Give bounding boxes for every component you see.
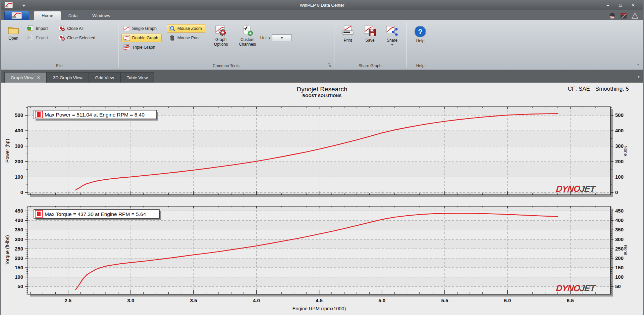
ribbon-group-common-tools: Single Graph Double Graph bbox=[119, 20, 333, 70]
single-graph-button[interactable]: Single Graph bbox=[121, 24, 162, 33]
minimize-button[interactable]: – bbox=[603, 2, 613, 8]
share-label: Share bbox=[387, 38, 397, 43]
correction-factor-readout: CF: SAE Smoothing: 5 bbox=[568, 86, 629, 92]
import-button[interactable]: Import bbox=[25, 24, 51, 33]
tab-3d-graph-view[interactable]: 3D Graph View bbox=[47, 72, 89, 83]
dialog-launcher-icon[interactable] bbox=[328, 63, 331, 68]
svg-text:500: 500 bbox=[615, 112, 624, 118]
group-divider bbox=[406, 22, 406, 68]
triple-graph-button[interactable]: Triple Graph bbox=[121, 43, 162, 51]
ribbon-tab-home[interactable]: Home bbox=[34, 11, 61, 20]
svg-text:50: 50 bbox=[615, 283, 621, 289]
svg-text:100: 100 bbox=[15, 174, 23, 180]
ribbon-tab-row: Home Data Windows bbox=[1, 10, 643, 20]
svg-text:150: 150 bbox=[15, 265, 23, 270]
power-chart: DYNOJET.Max Power = 511.04 at Engine RPM… bbox=[1, 104, 643, 204]
tab-close-icon[interactable]: ✕ bbox=[37, 75, 40, 80]
ribbon: Open Import bbox=[1, 20, 643, 70]
mouse-zoom-button[interactable]: Mouse Zoom bbox=[167, 24, 205, 33]
svg-text:300: 300 bbox=[15, 236, 23, 242]
units-label: Units bbox=[260, 36, 270, 40]
help-button[interactable]: ? Help bbox=[411, 24, 429, 45]
maximize-button[interactable]: □ bbox=[615, 2, 626, 8]
share-button[interactable]: Share bbox=[383, 24, 401, 47]
mouse-pan-label: Mouse Pan bbox=[177, 36, 199, 40]
svg-text:400: 400 bbox=[15, 217, 23, 223]
close-button[interactable]: ✕ bbox=[628, 2, 638, 8]
graph-options-button[interactable]: Graph Options bbox=[210, 24, 232, 49]
svg-text:200: 200 bbox=[15, 159, 23, 164]
svg-text:300: 300 bbox=[615, 236, 624, 242]
power-y-axis-label: Power (hp) bbox=[5, 139, 10, 163]
close-selected-icon bbox=[58, 35, 65, 41]
svg-text:250: 250 bbox=[15, 246, 23, 252]
print-icon bbox=[341, 25, 355, 37]
tab-table-view[interactable]: Table View bbox=[120, 72, 154, 83]
custom-channels-button[interactable]: Custom Channels bbox=[237, 24, 258, 49]
export-button[interactable]: Export bbox=[25, 34, 51, 42]
print-label: Print bbox=[344, 38, 352, 43]
close-all-button[interactable]: Close All bbox=[56, 24, 99, 33]
warning-icon[interactable] bbox=[632, 13, 638, 19]
tab-graph-view[interactable]: Graph View ✕ bbox=[4, 72, 47, 83]
share-graph-group-label: Share Graph bbox=[334, 62, 406, 70]
view-tab-strip: Graph View ✕ 3D Graph View Grid View Tab… bbox=[1, 70, 643, 83]
svg-text:100: 100 bbox=[615, 174, 624, 180]
print-button[interactable]: Print bbox=[339, 24, 357, 45]
close-selected-button[interactable]: Close Selected bbox=[56, 34, 99, 42]
triple-graph-icon bbox=[123, 44, 130, 50]
ribbon-tab-data[interactable]: Data bbox=[61, 11, 85, 20]
dynojet-watermark: DYNOJET. bbox=[555, 283, 596, 293]
svg-text:200: 200 bbox=[15, 255, 23, 261]
svg-text:400: 400 bbox=[615, 128, 624, 133]
chevron-down-icon bbox=[280, 37, 283, 39]
device-status-icon[interactable] bbox=[609, 13, 615, 19]
torque-x-axis-label: Engine RPM (rpmx1000) bbox=[292, 306, 346, 311]
svg-text:100: 100 bbox=[615, 274, 624, 280]
tab-graph-view-label: Graph View bbox=[11, 75, 34, 80]
save-button[interactable]: Save bbox=[361, 24, 379, 45]
toolbox-icon[interactable] bbox=[620, 13, 627, 19]
graph-view-content: Dynojet Research BOOST SOLUTIONS CF: SAE… bbox=[1, 83, 643, 315]
svg-text:6.5: 6.5 bbox=[567, 298, 574, 303]
group-divider bbox=[334, 22, 334, 68]
svg-text:250: 250 bbox=[615, 246, 624, 252]
svg-text:150: 150 bbox=[615, 265, 624, 270]
torque-x-tick-labels: 2.53.03.54.04.55.05.56.06.5 bbox=[64, 298, 574, 303]
tab-overflow-icon[interactable]: ▼ bbox=[637, 75, 640, 79]
tab-grid-view[interactable]: Grid View bbox=[89, 72, 120, 83]
export-icon bbox=[27, 35, 34, 41]
mouse-zoom-label: Mouse Zoom bbox=[177, 26, 202, 31]
title-bar: WinPEP 8 Data Center – □ ✕ bbox=[1, 0, 643, 10]
svg-text:?: ? bbox=[418, 28, 422, 36]
export-label: Export bbox=[36, 36, 48, 40]
close-all-icon bbox=[58, 25, 65, 32]
svg-text:4.0: 4.0 bbox=[253, 298, 260, 303]
svg-text:100: 100 bbox=[15, 274, 23, 280]
dynojet-watermark: DYNOJET. bbox=[555, 184, 596, 194]
svg-text:300: 300 bbox=[615, 143, 624, 149]
import-label: Import bbox=[36, 26, 48, 31]
ribbon-collapse-button[interactable]: ⌃ bbox=[637, 63, 640, 68]
mouse-pan-button[interactable]: Mouse Pan bbox=[167, 34, 205, 42]
torque-legend[interactable]: Max Torque = 437.30 at Engine RPM = 5.64 bbox=[34, 210, 161, 220]
power-legend[interactable]: Max Power = 511.04 at Engine RPM = 6.40 bbox=[34, 110, 158, 121]
application-button[interactable] bbox=[4, 11, 29, 20]
open-button[interactable]: Open bbox=[4, 24, 23, 43]
svg-text:0: 0 bbox=[615, 189, 618, 195]
open-folder-icon bbox=[7, 25, 19, 35]
double-graph-button[interactable]: Double Graph bbox=[121, 34, 162, 42]
svg-text:50: 50 bbox=[17, 283, 23, 289]
svg-text:3.0: 3.0 bbox=[127, 298, 135, 303]
torque-svg: DYNOJET.Max Torque = 437.30 at Engine RP… bbox=[1, 204, 644, 315]
tab-table-view-label: Table View bbox=[127, 75, 148, 80]
units-dropdown[interactable] bbox=[272, 34, 291, 41]
single-graph-icon bbox=[123, 26, 130, 32]
ribbon-tab-windows[interactable]: Windows bbox=[85, 11, 117, 20]
tab-3d-graph-view-label: 3D Graph View bbox=[53, 75, 83, 80]
svg-text:2.5: 2.5 bbox=[64, 298, 71, 303]
app-logo-icon bbox=[11, 12, 22, 19]
graph-header: Dynojet Research BOOST SOLUTIONS CF: SAE… bbox=[1, 83, 643, 104]
graph-subtitle: BOOST SOLUTIONS bbox=[1, 93, 643, 98]
open-label: Open bbox=[8, 36, 18, 41]
